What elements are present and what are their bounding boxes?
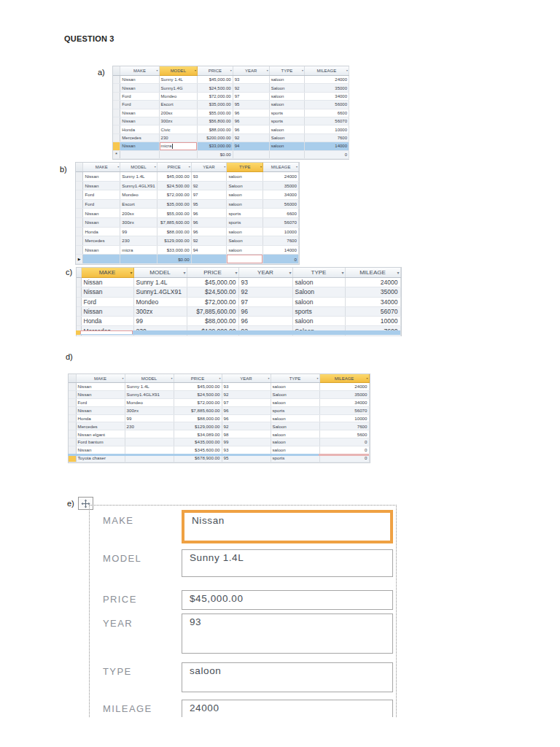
cell-type[interactable]: saloon [292, 297, 345, 306]
cell-type[interactable]: saloon [271, 414, 319, 422]
table-row[interactable]: Mercedes230$129,000.0092Saloon7600 [69, 422, 369, 430]
cell-mileage[interactable]: 56070 [304, 117, 349, 125]
dropdown-arrow-icon[interactable]: ▾ [289, 270, 291, 275]
table-row[interactable]: Honda99$88,000.0096saloon10000 [76, 227, 299, 236]
cell-mileage[interactable]: 35000 [263, 181, 299, 190]
cell-type[interactable]: saloon [292, 278, 345, 287]
cell-mileage[interactable]: 34000 [319, 398, 369, 406]
table-row[interactable]: Nissan300zx$56,800.0096sports56070 [113, 117, 349, 125]
cell-year[interactable]: 97 [233, 92, 269, 100]
cell-type[interactable]: Saloon [292, 287, 345, 297]
column-header-mileage[interactable]: MILEAGE▾ [319, 374, 369, 383]
cell-make[interactable]: Nissan [120, 109, 159, 117]
cell-make[interactable]: Honda [120, 125, 159, 133]
cell-type[interactable]: Saloon [271, 422, 319, 430]
cell-make[interactable] [120, 150, 159, 158]
cell-year[interactable]: 96 [191, 209, 227, 218]
new-record-row[interactable]: ▶$0.000 [76, 255, 299, 264]
column-header-make[interactable]: MAKE▾ [120, 66, 159, 76]
table-row[interactable]: Honda99$88,000.0096saloon10000 [69, 414, 369, 422]
cell-price[interactable]: $56,800.00 [198, 117, 233, 125]
cell-price[interactable]: $55,000.00 [198, 109, 233, 117]
table-row[interactable]: FordEscort$35,000.0095saloon56000 [76, 199, 299, 209]
dropdown-arrow-icon[interactable]: ▾ [122, 376, 123, 380]
cell-mileage[interactable]: 0 [319, 446, 369, 454]
record-selector[interactable] [69, 430, 76, 438]
cell-year[interactable]: 96 [222, 414, 271, 422]
dropdown-arrow-icon[interactable]: ▾ [316, 376, 318, 380]
column-header-price[interactable]: PRICE▾ [187, 268, 238, 278]
cell-price[interactable]: $129,000.00 [157, 236, 191, 246]
cell-year[interactable]: 96 [222, 406, 271, 414]
cell-model[interactable]: Mondeo [125, 398, 174, 406]
selector-corner[interactable] [69, 374, 76, 383]
cell-year[interactable]: 93 [191, 172, 227, 182]
table-row[interactable]: Nissan300zx$7,885,600.0096sports56070 [76, 217, 299, 227]
cell-mileage[interactable]: 7600 [304, 133, 349, 142]
cell-year[interactable]: 96 [233, 125, 269, 133]
cell-type[interactable]: saloon [227, 199, 263, 209]
table-row[interactable]: FordMondeo$72,000.0097saloon34000 [113, 92, 349, 100]
cell-mileage[interactable]: 0 [263, 255, 299, 264]
cell-model[interactable]: 200sx [120, 209, 157, 218]
cell-mileage[interactable]: 7600 [263, 236, 299, 246]
cell-year[interactable]: 92 [222, 422, 271, 430]
cell-model[interactable]: 99 [133, 317, 187, 326]
cell-model[interactable]: 99 [120, 227, 157, 236]
cell-mileage[interactable]: 24000 [263, 172, 299, 182]
cell-model[interactable]: Escort [159, 101, 197, 109]
cell-model[interactable]: 300zx [133, 306, 187, 316]
cell-price[interactable]: $24,500.00 [174, 390, 222, 398]
cell-mileage[interactable]: 5600 [319, 430, 369, 438]
table-row[interactable]: NissanSunny1.4G$24,500.0092Saloon35000 [113, 84, 349, 92]
cell-price[interactable]: $35,000.00 [157, 199, 191, 209]
record-selector[interactable] [69, 398, 76, 406]
table-row[interactable]: Nissanmicra$33,000.0094saloon14000 [113, 142, 349, 150]
cell-year[interactable]: 96 [238, 306, 292, 316]
form-textbox-make[interactable]: Nissan [182, 510, 393, 543]
cell-model[interactable]: Sunny1.4GLX91 [133, 287, 187, 297]
cell-make[interactable]: Nissan [83, 217, 120, 227]
record-selector[interactable] [113, 133, 120, 142]
cell-year[interactable]: 96 [238, 317, 292, 326]
column-header-make[interactable]: MAKE▾ [83, 163, 120, 172]
cell-year[interactable] [191, 255, 227, 264]
record-selector[interactable] [76, 181, 83, 190]
record-selector[interactable] [76, 199, 83, 209]
cell-year[interactable]: 96 [233, 117, 269, 125]
cell-price[interactable]: $200,000.00 [198, 133, 233, 142]
form-textbox-year[interactable]: 93 [182, 614, 393, 654]
cell-model[interactable]: Mondeo [120, 190, 157, 200]
cell-make[interactable]: Nissan [76, 406, 125, 414]
cell-mileage[interactable]: 56070 [263, 217, 299, 227]
cell-make[interactable]: Mercedes [120, 133, 159, 142]
cell-mileage[interactable]: 6600 [263, 209, 299, 218]
cell-mileage[interactable]: 10000 [319, 414, 369, 422]
cell-type[interactable]: saloon [269, 92, 304, 100]
cell-year[interactable]: 92 [191, 236, 227, 246]
cell-type[interactable]: saloon [271, 398, 319, 406]
column-header-make[interactable]: MAKE▾ [76, 374, 125, 383]
cell-mileage[interactable]: 35000 [304, 84, 349, 92]
dropdown-arrow-icon[interactable]: ▾ [268, 376, 269, 380]
cell-model[interactable]: Sunny 1.4L [125, 383, 174, 391]
cell-price[interactable]: $24,500.00 [187, 287, 238, 297]
column-header-model[interactable]: MODEL▾ [133, 268, 187, 278]
table-row[interactable]: NissanSunny 1.4L$45,000.0093saloon24000 [77, 278, 400, 287]
cell-make[interactable]: Nissan [81, 306, 133, 316]
record-selector[interactable] [69, 414, 76, 422]
cell-model[interactable]: Mondeo [133, 297, 187, 306]
cell-mileage[interactable]: 56000 [304, 101, 349, 109]
record-selector[interactable] [113, 101, 120, 109]
cell-year[interactable]: 96 [191, 217, 227, 227]
new-record-row[interactable]: *$0.000 [113, 150, 349, 158]
record-selector[interactable] [69, 438, 76, 446]
cell-type[interactable]: Saloon [227, 181, 263, 190]
cell-type[interactable]: saloon [269, 76, 304, 84]
cell-mileage[interactable]: 14000 [304, 142, 349, 150]
cell-model[interactable]: 300zx [159, 117, 197, 125]
table-row[interactable]: FordMondeo$72,000.0097saloon34000 [69, 398, 369, 406]
column-header-year[interactable]: YEAR▾ [222, 374, 271, 383]
datasheet-a[interactable]: MAKE▾MODEL▾PRICE▾YEAR▾TYPE▾MILEAGE▾Nissa… [112, 66, 349, 160]
cell-type[interactable]: saloon [269, 142, 304, 150]
